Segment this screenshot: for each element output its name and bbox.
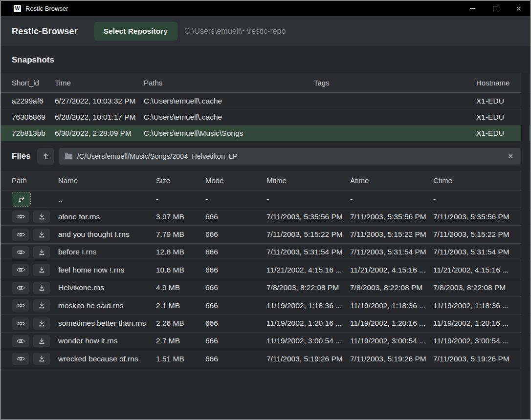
file-name: wonder how it.rns xyxy=(58,336,156,345)
file-row: and you thought I.rns 7.79 MB 666 7/11/2… xyxy=(1,225,530,243)
preview-file-button[interactable] xyxy=(12,299,29,312)
file-mode: 666 xyxy=(205,266,266,274)
file-atime: 11/21/2002, 4:15:16 ... xyxy=(350,266,433,274)
file-atime: 7/8/2003, 8:22:08 PM xyxy=(350,283,433,292)
preview-file-button[interactable] xyxy=(12,210,29,223)
snapshot-row[interactable]: 76306869 6/28/2022, 10:01:17 PM C:\Users… xyxy=(1,109,530,125)
download-icon xyxy=(38,249,45,256)
file-row: Helvikone.rns 4.9 MB 666 7/8/2003, 8:22:… xyxy=(1,279,530,296)
download-file-button[interactable] xyxy=(33,317,50,330)
eye-icon xyxy=(16,356,25,362)
preview-file-button[interactable] xyxy=(12,264,29,276)
download-icon xyxy=(38,302,45,309)
preview-file-button[interactable] xyxy=(12,229,29,241)
files-toolbar: Files /C/Users/emuell/Music/Songs/2004_H… xyxy=(1,141,530,171)
col-short-id: Short_id xyxy=(12,79,55,87)
maximize-button[interactable] xyxy=(484,1,507,16)
maximize-icon xyxy=(493,6,498,11)
files-heading: Files xyxy=(12,151,31,161)
file-mode: 666 xyxy=(205,336,266,345)
files-table-header: Path Name Size Mode Mtime Atime Ctime xyxy=(1,171,530,190)
download-file-button[interactable] xyxy=(33,353,50,365)
close-button[interactable]: ✕ xyxy=(507,1,530,16)
download-icon xyxy=(38,213,45,220)
open-snapshot-root-button[interactable] xyxy=(37,148,54,165)
preview-file-button[interactable] xyxy=(12,317,29,330)
file-ctime: 7/11/2003, 5:35:56 PM xyxy=(433,212,521,221)
file-row: moskito he said.rns 2.1 MB 666 11/19/200… xyxy=(1,296,530,314)
preview-file-button[interactable] xyxy=(12,246,29,258)
eye-icon xyxy=(16,231,25,238)
file-row: wonder how it.rns 2.7 MB 666 11/19/2002,… xyxy=(1,332,530,350)
file-mtime: 11/19/2002, 1:18:36 ... xyxy=(266,301,350,310)
file-atime: 7/11/2003, 5:31:54 PM xyxy=(350,248,433,256)
download-file-button[interactable] xyxy=(33,229,50,241)
file-atime: 11/19/2002, 3:00:54 ... xyxy=(350,336,433,345)
snapshots-table-body: a2299af6 6/27/2022, 10:03:32 PM C:\Users… xyxy=(1,93,530,141)
file-mtime: 7/11/2003, 5:15:22 PM xyxy=(266,230,350,239)
download-file-button[interactable] xyxy=(33,246,50,258)
file-mode: 666 xyxy=(205,248,266,256)
snapshot-row[interactable]: 72b813bb 6/30/2022, 2:28:09 PM C:\Users\… xyxy=(1,125,530,141)
file-atime: 7/11/2003, 5:15:22 PM xyxy=(350,230,433,239)
file-ctime: 11/21/2002, 4:15:16 ... xyxy=(433,266,521,274)
file-ctime: 7/8/2003, 8:22:08 PM xyxy=(433,283,521,292)
snapshot-time: 6/28/2022, 10:01:17 PM xyxy=(55,113,144,122)
snapshot-paths: C:\Users\emuell\.cache xyxy=(144,113,314,122)
file-name: wrecked because of.rns xyxy=(58,355,156,363)
download-file-button[interactable] xyxy=(33,299,50,312)
file-ctime: 7/11/2003, 5:15:22 PM xyxy=(433,230,521,239)
clear-path-button[interactable]: ✕ xyxy=(506,151,515,161)
download-icon xyxy=(38,231,45,238)
file-atime: 7/11/2003, 5:19:26 PM xyxy=(350,355,433,363)
download-file-button[interactable] xyxy=(33,335,50,347)
parent-size: - xyxy=(156,195,205,204)
scrollbar-gutter xyxy=(521,73,529,418)
col-hostname: Hostname xyxy=(476,79,521,87)
snapshot-time: 6/27/2022, 10:03:32 PM xyxy=(55,97,144,105)
snapshots-section-title: Snapshots xyxy=(1,46,530,73)
snapshot-paths: C:\Users\emuell\.cache xyxy=(144,97,314,105)
download-file-button[interactable] xyxy=(33,264,50,276)
file-mode: 666 xyxy=(205,301,266,310)
preview-file-button[interactable] xyxy=(12,335,29,347)
eye-icon xyxy=(16,302,25,309)
file-mode: 666 xyxy=(205,230,266,239)
snapshot-hostname: X1-EDU xyxy=(476,97,521,105)
snapshot-short-id: 72b813bb xyxy=(12,129,55,138)
file-name: alone for.rns xyxy=(58,212,156,221)
parent-ctime: - xyxy=(433,195,521,204)
file-size: 12.8 MB xyxy=(156,248,205,256)
file-ctime: 7/11/2003, 5:31:54 PM xyxy=(433,248,521,256)
parent-mtime: - xyxy=(266,195,350,204)
minimize-button[interactable] xyxy=(461,1,484,16)
download-file-button[interactable] xyxy=(33,210,50,223)
download-file-button[interactable] xyxy=(33,282,50,294)
preview-file-button[interactable] xyxy=(12,353,29,365)
app-title: Restic-Browser xyxy=(12,26,78,37)
path-input[interactable]: /C/Users/emuell/Music/Songs/2004_Helveti… xyxy=(59,148,521,165)
file-ctime: 11/19/2002, 1:18:36 ... xyxy=(433,301,521,310)
file-mode: 666 xyxy=(205,319,266,328)
file-name: Helvikone.rns xyxy=(58,283,156,292)
file-mode: 666 xyxy=(205,212,266,221)
snapshot-row[interactable]: a2299af6 6/27/2022, 10:03:32 PM C:\Users… xyxy=(1,93,530,109)
file-name: and you thought I.rns xyxy=(58,230,156,239)
col-mtime: Mtime xyxy=(266,176,350,185)
file-size: 2.7 MB xyxy=(156,336,205,345)
select-repository-button[interactable]: Select Repository xyxy=(94,22,177,41)
preview-file-button[interactable] xyxy=(12,282,29,294)
current-path: /C/Users/emuell/Music/Songs/2004_Helveti… xyxy=(77,152,506,160)
col-mode: Mode xyxy=(205,176,266,185)
snapshot-short-id: 76306869 xyxy=(12,113,55,122)
col-path: Path xyxy=(12,176,58,185)
titlebar[interactable]: W Restic Browser ✕ xyxy=(1,1,530,16)
eye-icon xyxy=(16,285,25,291)
arrow-up-icon xyxy=(41,151,50,161)
file-name: sometimes better than.rns xyxy=(58,319,156,328)
eye-icon xyxy=(16,249,25,255)
col-atime: Atime xyxy=(350,176,433,185)
file-size: 2.26 MB xyxy=(156,319,205,328)
go-to-parent-button[interactable] xyxy=(12,192,31,207)
file-size: 7.79 MB xyxy=(156,230,205,239)
